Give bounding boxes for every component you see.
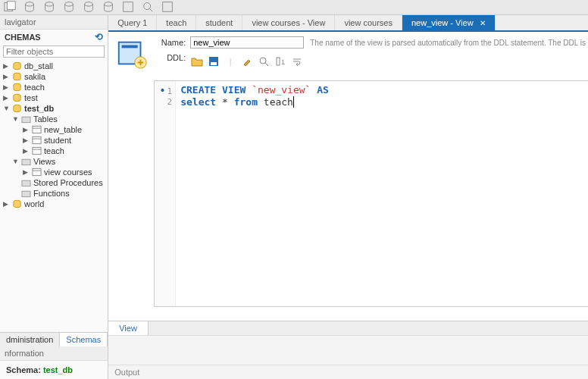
toolbar-icon[interactable] [42, 0, 56, 15]
db-item[interactable]: ▶world [0, 199, 108, 209]
output-label: Output [108, 365, 588, 379]
toggle-icon[interactable]: 1 [274, 55, 287, 68]
svg-point-6 [105, 2, 113, 5]
filter-input[interactable] [3, 45, 105, 58]
tab-view-courses[interactable]: view courses [335, 15, 402, 30]
tab-new-view[interactable]: new_view - View✕ [402, 15, 496, 30]
toolbar-icon[interactable] [62, 0, 76, 15]
svg-rect-7 [124, 2, 133, 11]
svg-rect-16 [22, 117, 30, 122]
toolbar-icon[interactable] [161, 0, 174, 15]
db-item[interactable]: ▶db_stall [0, 61, 108, 71]
functions-folder[interactable]: Functions [0, 188, 108, 199]
search-icon[interactable] [257, 55, 271, 68]
tab-administration[interactable]: dministration [0, 333, 60, 346]
wrap-icon[interactable] [290, 55, 304, 68]
schema-tree: ▶db_stall ▶sakila ▶teach ▶test ▼test_db … [0, 59, 108, 332]
name-input[interactable] [190, 36, 304, 49]
tab-student[interactable]: student [196, 15, 242, 30]
svg-line-35 [265, 63, 268, 66]
name-label: Name: [155, 38, 190, 47]
toolbar-icon[interactable] [3, 0, 17, 15]
toolbar-icon[interactable] [23, 0, 36, 15]
schemas-header: CHEMAS ⟲ [0, 30, 108, 44]
line-gutter: •1 2 [155, 81, 176, 306]
svg-rect-21 [33, 147, 41, 154]
db-item[interactable]: ▶test [0, 92, 108, 103]
toolbar-icon[interactable] [121, 0, 135, 15]
save-icon[interactable] [207, 55, 220, 68]
toolbar-icon[interactable] [102, 0, 115, 15]
svg-rect-10 [163, 2, 173, 11]
view-item[interactable]: ▶view courses [0, 167, 108, 177]
action-bar: Apply Revert [108, 335, 588, 365]
tab-query1[interactable]: Query 1 [108, 15, 157, 30]
svg-rect-27 [22, 191, 30, 196]
ddl-toolbar: | 1 [190, 53, 304, 71]
ddl-label: DDL: [155, 53, 190, 62]
svg-rect-19 [33, 136, 41, 143]
toolbar-icon[interactable] [82, 0, 95, 15]
tables-folder[interactable]: ▼Tables [0, 114, 108, 124]
broom-icon[interactable] [240, 55, 254, 68]
toolbar-icon[interactable] [141, 0, 155, 15]
tab-teach[interactable]: teach [157, 15, 196, 30]
code-lines[interactable]: CREATE VIEW `new_view` AS select * from … [176, 81, 588, 306]
svg-rect-17 [33, 126, 41, 133]
main-content: Query 1 teach student view courses - Vie… [108, 15, 588, 379]
table-item[interactable]: ▶teach [0, 146, 108, 156]
app-toolbar [0, 0, 588, 15]
editor-tabs: Query 1 teach student view courses - Vie… [108, 15, 588, 32]
navigator-title: lavigator [0, 15, 108, 30]
svg-rect-23 [22, 159, 30, 164]
editor-area: Name: The name of the view is parsed aut… [108, 32, 588, 379]
close-icon[interactable]: ✕ [480, 19, 486, 27]
svg-point-8 [144, 2, 151, 9]
svg-text:1: 1 [281, 58, 285, 66]
sidebar-bottom-tabs: dministration Schemas nformation Schema:… [0, 332, 108, 379]
svg-point-4 [65, 2, 74, 5]
schema-info: Schema: test_db [0, 361, 108, 379]
svg-rect-24 [33, 168, 41, 175]
navigator-sidebar: lavigator CHEMAS ⟲ ▶db_stall ▶sakila ▶te… [0, 15, 108, 379]
sub-tab-view[interactable]: View [108, 321, 149, 335]
svg-point-34 [260, 58, 266, 64]
svg-point-2 [26, 2, 34, 5]
sql-editor[interactable]: •1 2 CREATE VIEW `new_view` AS select * … [154, 80, 588, 307]
svg-point-3 [45, 2, 54, 5]
svg-rect-26 [22, 180, 30, 186]
svg-point-5 [85, 2, 93, 5]
horizontal-scrollbar[interactable] [154, 310, 588, 321]
table-item[interactable]: ▶new_table [0, 124, 108, 135]
db-item[interactable]: ▶teach [0, 82, 108, 92]
views-folder[interactable]: ▼Views [0, 156, 108, 167]
table-item[interactable]: ▶student [0, 135, 108, 146]
open-icon[interactable] [190, 55, 204, 68]
sub-tabs: View [108, 321, 588, 335]
view-icon [114, 36, 149, 71]
svg-rect-36 [277, 58, 280, 65]
tab-view-courses-view[interactable]: view courses - View [242, 15, 335, 30]
svg-rect-30 [122, 45, 138, 49]
refresh-icon[interactable]: ⟲ [95, 31, 103, 42]
information-title: nformation [0, 346, 108, 361]
db-item[interactable]: ▶sakila [0, 71, 108, 82]
svg-rect-1 [7, 1, 15, 9]
stored-proc-folder[interactable]: Stored Procedures [0, 177, 108, 188]
svg-rect-33 [211, 62, 217, 65]
db-item-current[interactable]: ▼test_db [0, 103, 108, 114]
tab-schemas[interactable]: Schemas [60, 333, 108, 346]
svg-line-9 [150, 8, 153, 11]
name-hint: The name of the view is parsed automatic… [310, 38, 588, 48]
filter-box [3, 45, 105, 58]
